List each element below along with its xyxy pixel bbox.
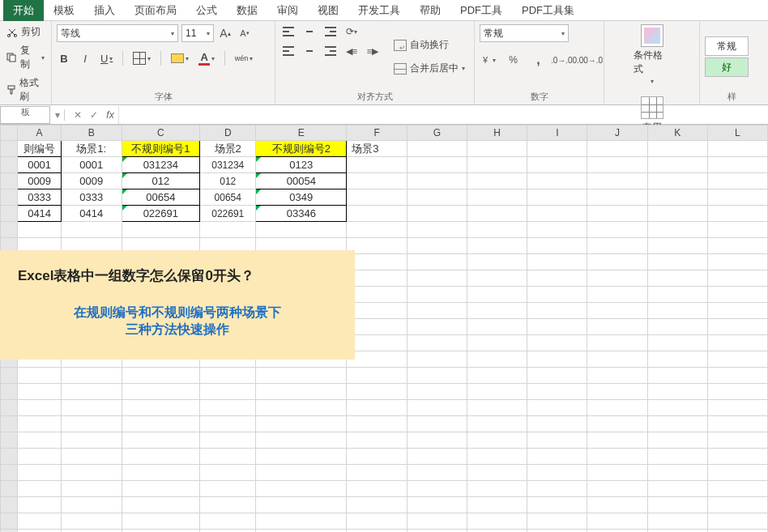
cell[interactable] — [647, 319, 707, 335]
cell[interactable] — [200, 530, 256, 533]
cell[interactable] — [527, 157, 587, 173]
col-header-C[interactable]: C — [122, 126, 200, 141]
cell[interactable] — [527, 303, 587, 319]
cell[interactable] — [587, 319, 647, 335]
cell[interactable]: 012 — [122, 173, 200, 189]
name-box[interactable] — [0, 106, 50, 124]
cell[interactable] — [647, 530, 707, 533]
cell[interactable] — [467, 384, 527, 400]
cell[interactable] — [122, 432, 200, 449]
cell[interactable] — [587, 157, 647, 173]
cell[interactable] — [467, 416, 527, 432]
cell[interactable] — [647, 481, 707, 497]
row-header[interactable] — [1, 481, 18, 497]
col-header-H[interactable]: H — [467, 126, 527, 141]
cell[interactable] — [347, 238, 407, 254]
cell[interactable] — [587, 368, 647, 384]
align-bottom-button[interactable] — [322, 24, 339, 39]
tab-devtools[interactable]: 开发工具 — [348, 0, 410, 21]
cell[interactable]: 0414 — [18, 206, 61, 222]
cell[interactable] — [407, 157, 467, 173]
cell[interactable] — [467, 222, 527, 238]
cell[interactable] — [407, 303, 467, 319]
cell[interactable] — [707, 189, 767, 206]
tab-view[interactable]: 视图 — [308, 0, 348, 21]
cell[interactable] — [587, 222, 647, 238]
cell[interactable] — [407, 287, 467, 303]
cell[interactable] — [647, 497, 707, 513]
cell[interactable] — [200, 513, 256, 530]
cell[interactable] — [61, 465, 122, 481]
cell[interactable] — [200, 416, 256, 432]
cell[interactable] — [527, 319, 587, 335]
cell[interactable] — [647, 222, 707, 238]
cell[interactable] — [347, 368, 407, 384]
row-header[interactable] — [1, 416, 18, 432]
row-header[interactable] — [1, 141, 18, 157]
cell[interactable] — [347, 400, 407, 416]
cell[interactable] — [347, 384, 407, 400]
cell[interactable] — [587, 481, 647, 497]
cell[interactable] — [707, 238, 767, 254]
cell[interactable] — [256, 513, 347, 530]
cell[interactable] — [407, 416, 467, 432]
cell[interactable] — [347, 481, 407, 497]
increase-font-icon[interactable]: A▴ — [217, 25, 233, 41]
cell[interactable] — [587, 335, 647, 351]
cell[interactable]: 012 — [200, 173, 256, 189]
format-painter-button[interactable]: 格式刷 — [5, 75, 46, 104]
bold-button[interactable]: B — [57, 50, 71, 66]
cell[interactable] — [527, 206, 587, 222]
cell[interactable] — [587, 189, 647, 206]
cancel-icon[interactable]: ✕ — [70, 109, 86, 121]
row-header[interactable] — [1, 465, 18, 481]
cell[interactable] — [18, 384, 61, 400]
cell[interactable] — [707, 287, 767, 303]
cell[interactable] — [707, 416, 767, 432]
cell[interactable] — [18, 497, 61, 513]
cell[interactable] — [587, 384, 647, 400]
percent-button[interactable]: % — [505, 52, 522, 68]
cell[interactable] — [347, 206, 407, 222]
cell[interactable]: 00654 — [122, 189, 200, 206]
cell[interactable] — [527, 432, 587, 449]
cell[interactable] — [122, 465, 200, 481]
cell[interactable] — [647, 303, 707, 319]
name-box-drop[interactable]: ▾ — [53, 109, 65, 121]
cell[interactable] — [647, 238, 707, 254]
tab-data[interactable]: 数据 — [227, 0, 267, 21]
align-middle-button[interactable] — [301, 24, 318, 39]
cell[interactable] — [256, 400, 347, 416]
tab-template[interactable]: 模板 — [44, 0, 84, 21]
cell[interactable] — [347, 254, 407, 270]
cell[interactable] — [122, 481, 200, 497]
cell[interactable] — [18, 513, 61, 530]
cell[interactable] — [347, 416, 407, 432]
cell[interactable] — [407, 530, 467, 533]
cell[interactable] — [647, 351, 707, 368]
cell[interactable] — [122, 384, 200, 400]
col-header-G[interactable]: G — [407, 126, 467, 141]
col-header-D[interactable]: D — [200, 126, 256, 141]
cell[interactable] — [407, 335, 467, 351]
tab-start[interactable]: 开始 — [3, 0, 44, 21]
cell[interactable] — [467, 173, 527, 189]
cell[interactable] — [122, 497, 200, 513]
conditional-format-button[interactable]: 条件格式 ▾ — [634, 24, 671, 85]
cell[interactable] — [707, 141, 767, 157]
cell[interactable]: 0349 — [256, 189, 347, 206]
cell[interactable] — [647, 287, 707, 303]
cell[interactable] — [707, 319, 767, 335]
copy-button[interactable]: 复制▾ — [5, 43, 46, 72]
cell[interactable] — [18, 432, 61, 449]
cell[interactable] — [647, 432, 707, 449]
cell[interactable] — [200, 368, 256, 384]
cell[interactable] — [587, 497, 647, 513]
cell[interactable] — [200, 222, 256, 238]
col-header-A[interactable]: A — [18, 126, 61, 141]
cell[interactable] — [467, 238, 527, 254]
cell[interactable] — [527, 270, 587, 287]
cell[interactable]: 022691 — [200, 206, 256, 222]
cell[interactable] — [707, 465, 767, 481]
font-name-combo[interactable]: 等线▾ — [57, 24, 178, 42]
